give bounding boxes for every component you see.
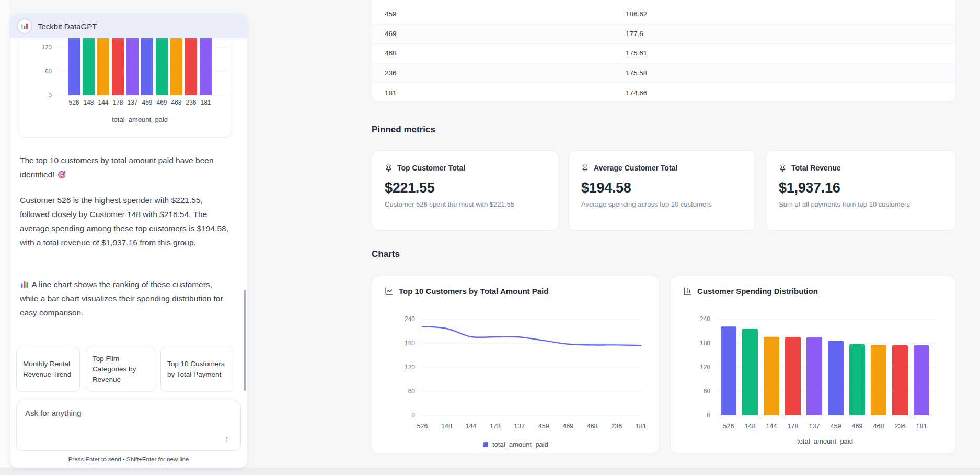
pin-icon[interactable] [779,164,787,172]
metric-value: $1,937.16 [779,180,943,196]
metric-card-average-customer: Average Customer Total $194.58 Average s… [568,150,755,231]
svg-text:60: 60 [45,68,52,74]
svg-text:178: 178 [788,423,799,430]
suggestion-chip-top-film-categories[interactable]: Top Film Categories by Revenue [86,347,155,392]
svg-text:468: 468 [171,99,181,106]
suggestion-chip-monthly-rental[interactable]: Monthly Rental Revenue Trend [16,347,80,392]
svg-text:526: 526 [68,99,79,106]
metric-card-top-customer: Top Customer Total $221.55 Customer 526 … [372,150,559,231]
mini-bar-chart-plot: 120600526148144178137459469468236181tota… [18,38,232,137]
svg-text:236: 236 [186,99,196,106]
app-logo [17,18,32,34]
svg-text:60: 60 [704,388,711,395]
svg-text:137: 137 [809,423,820,430]
svg-text:459: 459 [538,423,549,430]
metric-caption: Customer 526 spent the most with $221.55 [385,200,546,208]
svg-text:total_amount_paid: total_amount_paid [797,437,853,445]
svg-text:468: 468 [873,423,884,430]
app-title: Teckbit DataGPT [38,22,97,31]
message-text: Customer 526 is the highest spender with… [20,196,228,247]
metric-card-total-revenue: Total Revenue $1,937.16 Sum of all payme… [766,150,956,231]
metric-caption: Average spending across top 10 customers [581,200,742,208]
svg-text:236: 236 [611,423,622,430]
charts-heading: Charts [372,249,400,259]
customer-id-cell: 469 [372,30,626,38]
bar-chart-emoji-icon [20,280,29,289]
amount-cell: 174.66 [626,89,647,97]
svg-text:0: 0 [411,412,415,419]
sidebar-scrollbar-thumb[interactable] [244,290,246,391]
pin-icon[interactable] [581,164,589,172]
customer-id-cell: 468 [372,49,626,57]
suggestion-chip-top-10-customers[interactable]: Top 10 Customers by Total Payment [160,347,234,392]
results-table-card: 459 186.62 469 177.6 468 175.61 236 175.… [372,0,956,102]
bar-chart-title-row: Customer Spending Distribution [683,287,818,296]
customer-id-cell: 459 [372,10,626,18]
metric-value: $194.58 [581,180,742,196]
table-row: 459 186.62 [372,4,955,24]
svg-text:120: 120 [700,364,710,371]
svg-text:526: 526 [723,423,734,430]
legend-label: total_amount_paid [492,440,548,448]
svg-text:137: 137 [127,99,137,106]
svg-text:137: 137 [514,423,525,430]
mini-chart-card: 120600526148144178137459469468236181tota… [18,38,232,138]
amount-cell: 175.61 [626,49,647,57]
svg-text:180: 180 [700,340,710,347]
svg-text:148: 148 [83,99,94,106]
table-row: 181 174.66 [372,83,955,102]
svg-text:459: 459 [142,99,152,106]
bar-chart-card: Customer Spending Distribution 240180120… [670,276,956,454]
pin-icon[interactable] [385,164,393,172]
line-chart-icon [385,287,394,296]
table-row-clipped [372,0,955,4]
svg-text:459: 459 [831,423,841,430]
metric-caption: Sum of all payments from top 10 customer… [779,200,943,208]
send-button[interactable]: ↑ [220,432,234,446]
line-chart-title-row: Top 10 Customers by Total Amount Paid [385,287,548,296]
message-text: The top 10 customers by total amount pai… [20,156,214,179]
svg-text:181: 181 [916,423,927,430]
sidebar-header: Teckbit DataGPT [10,14,247,38]
svg-text:236: 236 [895,423,906,430]
metric-label-row: Total Revenue [779,164,943,172]
customer-id-cell: 181 [372,89,626,97]
chat-sidebar: Teckbit DataGPT 120600526148144178137459… [9,14,248,468]
assistant-message: Customer 526 is the highest spender with… [20,193,232,250]
svg-text:469: 469 [562,423,573,430]
chat-input[interactable] [22,405,222,453]
svg-text:469: 469 [156,99,167,106]
bar-chart-icon [683,287,692,296]
svg-text:144: 144 [766,423,777,430]
line-chart-card: Top 10 Customers by Total Amount Paid 24… [372,276,660,454]
metric-label: Top Customer Total [397,164,465,172]
logo-bar-chart-icon [20,22,29,30]
amount-cell: 175.58 [626,69,647,77]
amount-cell: 177.6 [626,30,643,38]
line-chart-plot: 2401801206005261481441781374594694682361… [372,313,660,453]
svg-text:526: 526 [417,423,428,430]
line-chart-title: Top 10 Customers by Total Amount Paid [399,287,548,296]
svg-text:178: 178 [490,423,501,430]
legend-swatch [483,442,488,447]
bar-chart-plot: 2401801206005261481441781374594694682361… [671,313,956,453]
table-row: 236 175.58 [372,63,955,83]
metric-label: Average Customer Total [594,164,677,172]
arrow-up-icon: ↑ [225,434,229,444]
svg-text:0: 0 [49,92,52,98]
svg-text:178: 178 [112,99,123,106]
svg-text:148: 148 [745,423,756,430]
svg-text:469: 469 [852,423,863,430]
svg-text:60: 60 [408,388,416,395]
svg-text:120: 120 [405,364,415,371]
svg-text:144: 144 [98,99,108,106]
table-row: 469 177.6 [372,24,955,43]
input-hint: Press Enter to send • Shift+Enter for ne… [10,456,247,462]
message-text: A line chart shows the ranking of these … [20,280,223,317]
svg-text:240: 240 [700,315,710,323]
svg-text:240: 240 [405,315,415,323]
chat-input-card: ↑ [16,401,241,451]
svg-text:181: 181 [636,423,647,430]
metric-label-row: Average Customer Total [581,164,742,172]
amount-cell: 186.62 [626,10,647,18]
